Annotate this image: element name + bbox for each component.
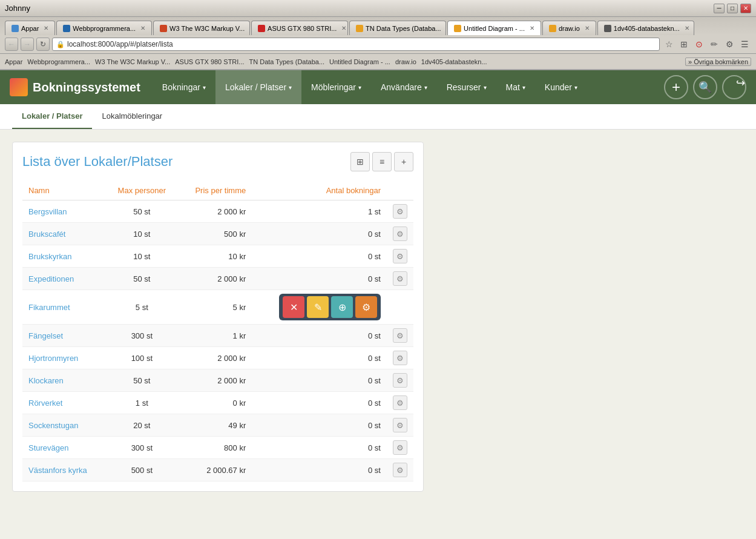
gear-icon[interactable]: ⚙	[393, 351, 407, 365]
tab-w3c[interactable]: W3 The W3C Markup V... ✕	[153, 21, 250, 35]
edit-button[interactable]: ✎	[307, 296, 329, 318]
cell-name[interactable]: Brukskyrkan	[22, 245, 106, 268]
gear-icon[interactable]: ⚙	[393, 227, 407, 241]
forward-button[interactable]: →	[21, 38, 34, 51]
gear-icon[interactable]: ⚙	[393, 204, 407, 219]
tab-bar: Appar ✕ Webbprogrammera... ✕ W3 The W3C …	[0, 17, 756, 35]
back-button[interactable]: ←	[5, 38, 18, 51]
gear-icon[interactable]: ⚙	[393, 271, 407, 286]
menu-button[interactable]: ☰	[738, 38, 751, 51]
cell-gear[interactable]: ⚙	[387, 223, 413, 245]
tab-1dv405[interactable]: 1dv405-databastekn... ✕	[597, 21, 694, 35]
sub-nav-label: Lokalmöbleringar	[102, 111, 162, 121]
tab-close-icon[interactable]: ✕	[685, 25, 689, 31]
tab-close-icon[interactable]: ✕	[249, 25, 250, 31]
cell-name[interactable]: Västanfors kyrka	[22, 459, 106, 481]
tab-close-icon[interactable]: ✕	[341, 25, 346, 31]
list-view-button[interactable]: ≡	[372, 152, 392, 171]
cell-gear[interactable]: ⚙	[387, 459, 413, 481]
bookmark-tn-data[interactable]: TN Data Types (Databa...	[249, 58, 325, 65]
nav-item-resurser[interactable]: Resurser ▾	[437, 70, 496, 104]
cell-gear[interactable]: ⚙	[387, 268, 413, 290]
cell-name[interactable]: Hjortronmyren	[22, 347, 106, 369]
bookmark-1dv405[interactable]: 1dv405-databastekn...	[421, 58, 487, 65]
cell-gear[interactable]: ⚙	[387, 437, 413, 459]
pen-tool-button[interactable]: ✏	[708, 38, 721, 51]
settings-menu-button[interactable]: ⚙	[723, 38, 736, 51]
cell-name[interactable]: Expeditionen	[22, 268, 106, 290]
tab-appar[interactable]: Appar ✕	[5, 21, 55, 35]
nav-item-label: Resurser	[447, 82, 481, 92]
bookmarks-more-button[interactable]: » Övriga bokmärken	[685, 58, 751, 66]
tab-tn-data[interactable]: TN Data Types (Databa... ✕	[349, 21, 446, 35]
tab-asus[interactable]: ASUS GTX 980 STRI... ✕	[251, 21, 348, 35]
gear-icon[interactable]: ⚙	[393, 440, 407, 455]
chevron-down-icon: ▾	[522, 84, 525, 91]
nav-item-anvandare[interactable]: Användare ▾	[371, 70, 437, 104]
bookmark-w3c[interactable]: W3 The W3C Markup V...	[95, 58, 170, 65]
cell-name[interactable]: Fikarummet	[22, 290, 106, 325]
tab-untitled-diagram[interactable]: Untitled Diagram - ... ✕	[447, 21, 541, 35]
cell-gear[interactable]: ⚙	[387, 347, 413, 369]
cell-gear[interactable]: ⚙	[387, 414, 413, 437]
cell-gear[interactable]: ⚙	[387, 392, 413, 414]
gear-icon[interactable]: ⚙	[393, 395, 407, 410]
delete-button[interactable]: ✕	[283, 296, 304, 318]
nav-item-mat[interactable]: Mat ▾	[496, 70, 535, 104]
tab-webbprogrammera[interactable]: Webbprogrammera... ✕	[56, 21, 152, 35]
cell-bokningar: 0 st	[252, 414, 387, 437]
extension-button[interactable]: ⊞	[677, 38, 691, 51]
app-title: Bokningssystemet	[33, 81, 140, 94]
title-bar: Johnny ─ □ ✕	[0, 0, 756, 17]
tab-drawio[interactable]: draw.io ✕	[542, 21, 596, 35]
nav-item-mobleringar[interactable]: Möbleringar ▾	[301, 70, 371, 104]
gear-icon[interactable]: ⚙	[393, 328, 407, 343]
gear-icon[interactable]: ⚙	[393, 463, 407, 477]
settings-button[interactable]: ⚙	[355, 296, 377, 318]
cell-pris: 49 kr	[177, 414, 252, 437]
table-row: Sturevägen 300 st 800 kr 0 st ⚙	[22, 437, 413, 459]
bookmark-appar[interactable]: Appar	[5, 58, 22, 65]
bookmark-drawio[interactable]: draw.io	[395, 58, 416, 65]
reload-button[interactable]: ↻	[36, 38, 50, 51]
tab-close-icon[interactable]: ✕	[585, 25, 590, 31]
sub-nav-lokaler[interactable]: Lokaler / Platser	[12, 104, 92, 129]
tab-close-icon[interactable]: ✕	[140, 25, 145, 31]
sub-nav-lokalmobler[interactable]: Lokalmöbleringar	[92, 104, 172, 129]
cell-name[interactable]: Bergsvillan	[22, 200, 106, 223]
cell-gear[interactable]: ⚙	[387, 200, 413, 223]
minimize-button[interactable]: ─	[714, 4, 725, 13]
filter-button[interactable]: ⊞	[350, 152, 370, 171]
gear-icon[interactable]: ⚙	[393, 373, 407, 388]
gear-icon[interactable]: ⚙	[393, 249, 407, 263]
close-button[interactable]: ✕	[740, 4, 751, 13]
bookmark-webbprogrammera[interactable]: Webbprogrammera...	[27, 58, 90, 65]
cell-gear[interactable]: ⚙	[387, 325, 413, 347]
share-button[interactable]: ↩	[722, 75, 746, 99]
add-button[interactable]: +	[664, 75, 688, 99]
gear-icon[interactable]: ⚙	[393, 418, 407, 432]
nav-item-bokningar[interactable]: Bokningar ▾	[153, 70, 215, 104]
maximize-button[interactable]: □	[727, 4, 738, 13]
table-row: Expeditionen 50 st 2 000 kr 0 st ⚙	[22, 268, 413, 290]
bookmark-untitled[interactable]: Untitled Diagram - ...	[329, 58, 390, 65]
cell-name[interactable]: Rörverket	[22, 392, 106, 414]
bookmark-star-button[interactable]: ☆	[662, 38, 675, 51]
tab-close-icon[interactable]: ✕	[44, 25, 48, 31]
nav-item-kunder[interactable]: Kunder ▾	[535, 70, 587, 104]
cell-name[interactable]: Sturevägen	[22, 437, 106, 459]
bookmark-asus[interactable]: ASUS GTX 980 STRI...	[175, 58, 244, 65]
cell-name[interactable]: Fängelset	[22, 325, 106, 347]
search-button[interactable]: 🔍	[693, 75, 717, 99]
cell-name[interactable]: Brukscafét	[22, 223, 106, 245]
cell-gear[interactable]: ⚙	[387, 369, 413, 392]
tab-close-icon[interactable]: ✕	[530, 25, 534, 31]
url-bar[interactable]: 🔒 localhost:8000/app/#/platser/lista	[52, 38, 660, 51]
cell-max-personer: 50 st	[106, 268, 177, 290]
cell-name[interactable]: Klockaren	[22, 369, 106, 392]
add-item-button[interactable]: +	[394, 152, 413, 171]
cell-gear[interactable]: ⚙	[387, 245, 413, 268]
view-button[interactable]: ⊕	[331, 296, 353, 318]
cell-name[interactable]: Sockenstugan	[22, 414, 106, 437]
nav-item-lokaler[interactable]: Lokaler / Platser ▾	[215, 70, 301, 104]
